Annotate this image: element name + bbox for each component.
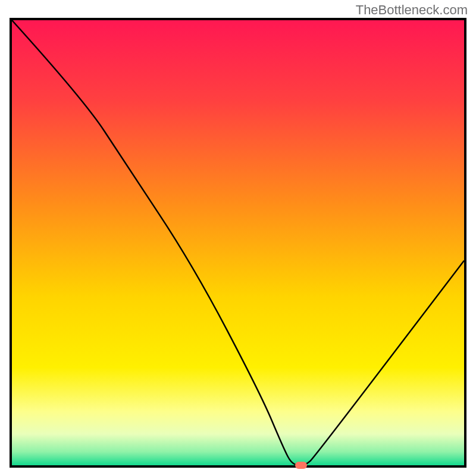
chart-frame [10,18,466,468]
chart-container: TheBottleneck.com [0,0,476,476]
bottleneck-curve [12,20,464,465]
plot-area [12,20,464,465]
watermark-text: TheBottleneck.com [356,2,468,18]
optimal-point-marker [295,462,307,469]
